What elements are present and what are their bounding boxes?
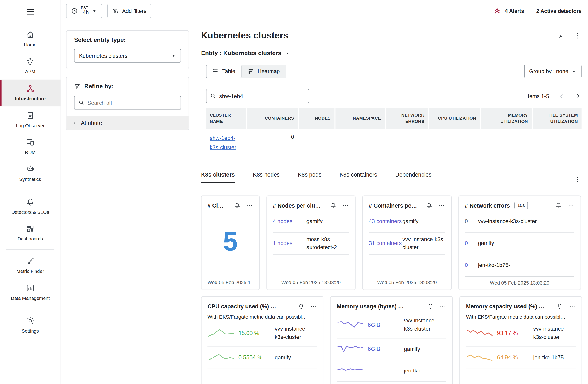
tab-k8s-pods[interactable]: K8s pods bbox=[298, 172, 321, 183]
bell-icon[interactable] bbox=[427, 303, 434, 310]
entity-search-input[interactable] bbox=[219, 93, 305, 99]
sparkline bbox=[208, 327, 235, 339]
content-area: PST -4h Add filters 4 Alerts 2 Active de… bbox=[61, 0, 588, 384]
metric-value-link[interactable]: 1 nodes bbox=[273, 240, 306, 248]
view-table-segment[interactable]: Table bbox=[206, 64, 241, 78]
column-header[interactable]: NODES bbox=[299, 108, 335, 129]
sidebar: Home APM Infrastructure Log Observer RUM… bbox=[0, 0, 61, 384]
entity-tabs: K8s clusters K8s nodes K8s pods K8s cont… bbox=[201, 172, 582, 183]
time-range-picker[interactable]: PST -4h bbox=[66, 4, 102, 18]
list-item: 43 containers gamify bbox=[369, 211, 445, 232]
search-icon bbox=[78, 99, 84, 106]
sidebar-item-rum[interactable]: RUM bbox=[0, 133, 61, 160]
list-item: 15.00 % vvv-instance-k3s-cluster bbox=[208, 320, 317, 347]
refine-search-input[interactable] bbox=[87, 100, 177, 106]
sidebar-item-home[interactable]: Home bbox=[0, 26, 61, 53]
refine-by-card: Refine by: Attribute bbox=[66, 77, 189, 130]
metric-value-link[interactable]: 4 nodes bbox=[273, 217, 306, 225]
metric-value-link[interactable]: 15.00 % bbox=[238, 330, 271, 336]
time-range-label: -4h bbox=[81, 10, 89, 16]
sidebar-item-apm[interactable]: APM bbox=[0, 53, 61, 79]
metric-value-link[interactable]: 6GiB bbox=[368, 322, 400, 328]
sidebar-item-label: Settings bbox=[22, 328, 39, 334]
kebab-menu-icon[interactable] bbox=[310, 303, 317, 310]
kebab-menu-icon[interactable] bbox=[246, 202, 253, 209]
metric-value-link[interactable]: 6GiB bbox=[368, 346, 400, 352]
metric-value-link[interactable]: 0.5554 % bbox=[238, 354, 271, 361]
home-icon bbox=[26, 30, 35, 39]
card-subtitle: With EKS/Fargate metric data can possibl… bbox=[466, 314, 576, 320]
attribute-expander[interactable]: Attribute bbox=[66, 116, 188, 130]
bell-icon[interactable] bbox=[298, 303, 305, 310]
add-filters-button[interactable]: Add filters bbox=[107, 4, 151, 18]
column-header[interactable]: NAMESPACE bbox=[336, 108, 385, 129]
bell-icon[interactable] bbox=[556, 303, 563, 310]
sidebar-item-metric-finder[interactable]: Metric Finder bbox=[0, 252, 61, 279]
metric-value-link[interactable]: 43 containers bbox=[369, 217, 402, 225]
metric-value-link[interactable]: 0 bbox=[465, 239, 478, 247]
column-header[interactable]: NETWORK ERRORS bbox=[386, 108, 428, 129]
sidebar-item-detectors-slos[interactable]: Detectors & SLOs bbox=[0, 193, 61, 220]
card-timestamp: Wed 05 Feb 2025 1 bbox=[208, 276, 253, 285]
sidebar-item-dashboards[interactable]: Dashboards bbox=[0, 220, 61, 247]
entity-type-select[interactable]: Kubernetes clusters bbox=[74, 49, 181, 63]
card-subtitle: With EKS/Fargate metric data can possibl… bbox=[208, 314, 317, 320]
kebab-menu-icon[interactable] bbox=[438, 202, 445, 209]
kebab-menu-icon[interactable] bbox=[574, 32, 581, 40]
card-timestamp: Wed 05 Feb 2025 13:03:20 bbox=[273, 276, 349, 285]
view-heatmap-segment[interactable]: Heatmap bbox=[241, 64, 286, 78]
metric-value-link[interactable]: 64.94 % bbox=[497, 354, 529, 361]
sidebar-item-label: Synthetics bbox=[19, 176, 41, 182]
tab-k8s-containers[interactable]: K8s containers bbox=[339, 172, 377, 183]
cluster-name-link[interactable]: shw-1eb4-k3s-cluster bbox=[210, 134, 242, 152]
bell-icon[interactable] bbox=[555, 202, 562, 209]
cluster-label: gamify bbox=[275, 353, 317, 362]
tab-k8s-clusters[interactable]: K8s clusters bbox=[201, 172, 235, 183]
active-detectors-count[interactable]: 2 Active detectors bbox=[536, 8, 581, 14]
kebab-menu-icon[interactable] bbox=[342, 202, 349, 209]
sidebar-item-settings[interactable]: Settings bbox=[0, 311, 61, 339]
list-item: 6GiB vvv-instance-k3s-cluster bbox=[336, 311, 446, 339]
sidebar-item-infrastructure[interactable]: Infrastructure bbox=[0, 79, 61, 106]
cluster-label: vvv-instance-k3s-cluster bbox=[275, 325, 317, 342]
tab-k8s-nodes[interactable]: K8s nodes bbox=[253, 172, 280, 183]
chevron-left-icon[interactable] bbox=[558, 93, 565, 99]
card-containers-per-cluster: # Containers pe… 43 containers gamify bbox=[362, 195, 452, 290]
entity-selector[interactable]: Entity : Kubernetes clusters bbox=[201, 50, 582, 57]
sidebar-item-label: Infrastructure bbox=[15, 96, 46, 102]
kebab-menu-icon[interactable] bbox=[567, 202, 574, 209]
bell-icon[interactable] bbox=[426, 202, 433, 209]
sidebar-item-synthetics[interactable]: Synthetics bbox=[0, 160, 61, 187]
paintbrush-icon bbox=[26, 257, 35, 266]
metric-value-link[interactable]: 93.17 % bbox=[497, 330, 529, 336]
column-header[interactable]: CLUSTER NAME bbox=[206, 108, 246, 129]
column-header[interactable]: CONTAINERS bbox=[247, 108, 298, 129]
gear-icon[interactable] bbox=[557, 32, 565, 40]
card-nodes-per-cluster: # Nodes per clu… 4 nodes gamify bbox=[266, 195, 356, 290]
kebab-menu-icon[interactable] bbox=[440, 303, 446, 310]
sparkline bbox=[336, 344, 364, 355]
column-header[interactable]: CPU UTILIZATION bbox=[429, 108, 480, 129]
metric-value[interactable]: 0 bbox=[465, 217, 478, 225]
tab-dependencies[interactable]: Dependencies bbox=[395, 172, 432, 183]
apm-icon bbox=[26, 57, 35, 66]
sidebar-item-log-observer[interactable]: Log Observer bbox=[0, 106, 61, 133]
list-item: 0 jen-tko-1b75- bbox=[465, 254, 574, 276]
page-title: Kubernetes clusters bbox=[201, 30, 288, 41]
bell-icon[interactable] bbox=[234, 202, 241, 209]
sidebar-item-data-management[interactable]: Data Management bbox=[0, 279, 61, 306]
alerts-count[interactable]: 4 Alerts bbox=[505, 8, 524, 14]
group-by-select[interactable]: Group by : none bbox=[524, 64, 581, 78]
kebab-menu-icon[interactable] bbox=[569, 303, 576, 310]
chevron-right-icon[interactable] bbox=[575, 93, 582, 99]
metric-value-link[interactable]: 0 bbox=[465, 261, 478, 269]
bell-icon[interactable] bbox=[330, 202, 336, 209]
kebab-menu-icon[interactable] bbox=[574, 175, 581, 183]
card-title: # Cl… bbox=[208, 202, 224, 209]
metric-value-link[interactable]: 31 containers bbox=[369, 240, 402, 248]
sidebar-divider bbox=[6, 308, 54, 309]
list-item: 0 vvv-instance-k3s-cluster bbox=[465, 211, 574, 232]
column-header[interactable]: FILE SYSTEM UTILIZATION bbox=[533, 108, 582, 129]
hamburger-menu-icon[interactable] bbox=[25, 7, 35, 18]
column-header[interactable]: MEMORY UTILIZATION bbox=[481, 108, 532, 129]
